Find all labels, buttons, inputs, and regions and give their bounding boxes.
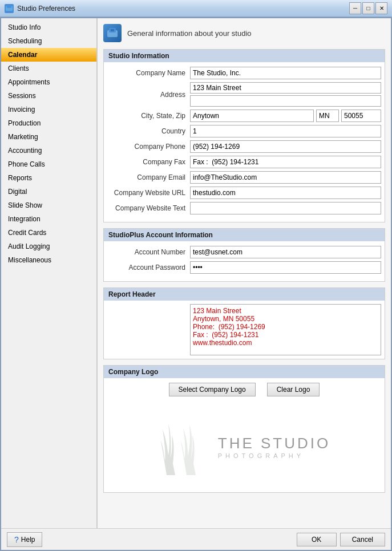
- logo-plant-svg: [158, 412, 209, 481]
- window-title: Studio Preferences: [17, 5, 349, 13]
- report-header-label: [107, 304, 190, 355]
- company-logo-header: Company Logo: [104, 366, 385, 378]
- studioplus-header: StudioPlus Account Information: [104, 229, 385, 241]
- title-bar: Studio Preferences ─ □ ✕: [0, 0, 392, 17]
- report-header-block: Report Header 123 Main Street Anytown, M…: [103, 287, 385, 359]
- report-header-title: Report Header: [104, 288, 385, 301]
- sidebar-item-phone-calls[interactable]: Phone Calls: [1, 157, 96, 171]
- logo-display-area: THE STUDIO PHOTOGRAPHY: [104, 401, 385, 492]
- bottom-bar: ? Help OK Cancel: [1, 528, 391, 550]
- studio-icon: [103, 24, 122, 42]
- city-input[interactable]: [190, 110, 314, 122]
- sidebar-item-calendar[interactable]: Calendar: [1, 48, 96, 62]
- company-website-url-input[interactable]: [190, 187, 381, 199]
- maximize-button[interactable]: □: [362, 2, 374, 14]
- address-inputs: [190, 82, 381, 107]
- svg-rect-4: [111, 29, 114, 31]
- sidebar-item-audit-logging[interactable]: Audit Logging: [1, 240, 96, 253]
- studio-info-content: Company Name Address City, State, Zip: [104, 62, 385, 222]
- company-phone-input[interactable]: [190, 140, 381, 153]
- help-label: Help: [21, 536, 35, 544]
- company-website-url-label: Company Website URL: [107, 189, 190, 197]
- sidebar-item-clients[interactable]: Clients: [1, 62, 96, 75]
- state-input[interactable]: [316, 110, 339, 122]
- sidebar-item-slide-show[interactable]: Slide Show: [1, 198, 96, 212]
- company-website-text-input[interactable]: [190, 202, 381, 214]
- zip-input[interactable]: [341, 110, 381, 122]
- company-name-label: Company Name: [107, 69, 190, 77]
- address-row: Address: [107, 82, 381, 107]
- sidebar-item-accounting[interactable]: Accounting: [1, 144, 96, 157]
- company-website-text-label: Company Website Text: [107, 204, 190, 212]
- report-header-area: 123 Main Street Anytown, MN 50055 Phone:…: [104, 301, 385, 359]
- sidebar-item-scheduling[interactable]: Scheduling: [1, 34, 96, 48]
- logo-sub-text: PHOTOGRAPHY: [218, 452, 330, 459]
- company-website-text-row: Company Website Text: [107, 202, 381, 214]
- company-email-input[interactable]: [190, 171, 381, 184]
- company-logo-block: Company Logo Select Company Logo Clear L…: [103, 365, 385, 493]
- company-fax-row: Company Fax: [107, 156, 381, 168]
- account-number-label: Account Number: [107, 248, 190, 256]
- sidebar-item-miscellaneous[interactable]: Miscellaneous: [1, 253, 96, 267]
- company-website-url-row: Company Website URL: [107, 187, 381, 199]
- sidebar-item-digital[interactable]: Digital: [1, 185, 96, 198]
- logo-text-area: THE STUDIO PHOTOGRAPHY: [218, 435, 330, 459]
- city-state-zip-row: City, State, Zip: [107, 110, 381, 122]
- sidebar-item-reports[interactable]: Reports: [1, 171, 96, 185]
- company-fax-label: Company Fax: [107, 158, 190, 166]
- company-name-row: Company Name: [107, 67, 381, 79]
- cancel-button[interactable]: Cancel: [340, 533, 385, 546]
- bottom-right-buttons: OK Cancel: [297, 533, 385, 546]
- address-line2-input[interactable]: [190, 95, 381, 107]
- help-button[interactable]: ? Help: [7, 532, 42, 547]
- company-phone-label: Company Phone: [107, 143, 190, 151]
- country-row: Country: [107, 125, 381, 137]
- company-email-row: Company Email: [107, 171, 381, 184]
- sidebar-item-sessions[interactable]: Sessions: [1, 89, 96, 103]
- sidebar-item-integration[interactable]: Integration: [1, 212, 96, 226]
- account-password-input[interactable]: [190, 261, 381, 274]
- logo-main-text: THE STUDIO: [218, 435, 330, 452]
- sidebar: Studio InfoSchedulingCalendarClientsAppo…: [1, 18, 97, 528]
- studioplus-block: StudioPlus Account Information Account N…: [103, 228, 385, 282]
- window-body: Studio InfoSchedulingCalendarClientsAppo…: [1, 18, 391, 528]
- company-phone-row: Company Phone: [107, 140, 381, 153]
- account-number-row: Account Number: [107, 246, 381, 258]
- help-icon: ?: [14, 535, 19, 544]
- company-email-label: Company Email: [107, 173, 190, 181]
- company-name-input[interactable]: [190, 67, 381, 79]
- clear-logo-button[interactable]: Clear Logo: [267, 383, 320, 396]
- account-password-label: Account Password: [107, 264, 190, 272]
- company-fax-input[interactable]: [190, 156, 381, 168]
- account-number-input[interactable]: [190, 246, 381, 258]
- studio-info-header: Studio Information: [104, 50, 385, 62]
- sidebar-item-studio-info[interactable]: Studio Info: [1, 21, 96, 34]
- window-controls: ─ □ ✕: [349, 2, 387, 14]
- city-state-zip-label: City, State, Zip: [107, 112, 190, 120]
- sidebar-item-production[interactable]: Production: [1, 116, 96, 130]
- address-line1-input[interactable]: [190, 82, 381, 94]
- app-icon: [5, 4, 14, 13]
- studio-info-block: Studio Information Company Name Address: [103, 49, 385, 222]
- content-area: General information about your studio St…: [97, 18, 391, 528]
- sidebar-item-marketing[interactable]: Marketing: [1, 130, 96, 144]
- city-state-zip-inputs: [190, 110, 381, 122]
- select-logo-button[interactable]: Select Company Logo: [169, 383, 256, 396]
- close-button[interactable]: ✕: [375, 2, 387, 14]
- studioplus-content: Account Number Account Password: [104, 241, 385, 281]
- svg-rect-1: [7, 5, 11, 8]
- account-password-row: Account Password: [107, 261, 381, 274]
- sidebar-item-invoicing[interactable]: Invoicing: [1, 103, 96, 116]
- report-header-textarea[interactable]: 123 Main Street Anytown, MN 50055 Phone:…: [190, 304, 381, 355]
- sidebar-item-appointments[interactable]: Appointments: [1, 75, 96, 89]
- page-description: General information about your studio: [127, 29, 252, 38]
- ok-button[interactable]: OK: [297, 533, 337, 546]
- minimize-button[interactable]: ─: [349, 2, 361, 14]
- logo-container: THE STUDIO PHOTOGRAPHY: [158, 412, 330, 481]
- content-header: General information about your studio: [103, 24, 385, 42]
- address-label: Address: [107, 91, 190, 99]
- logo-buttons-row: Select Company Logo Clear Logo: [104, 378, 385, 401]
- main-window: Studio InfoSchedulingCalendarClientsAppo…: [0, 17, 392, 551]
- sidebar-item-credit-cards[interactable]: Credit Cards: [1, 226, 96, 240]
- country-input[interactable]: [190, 125, 381, 137]
